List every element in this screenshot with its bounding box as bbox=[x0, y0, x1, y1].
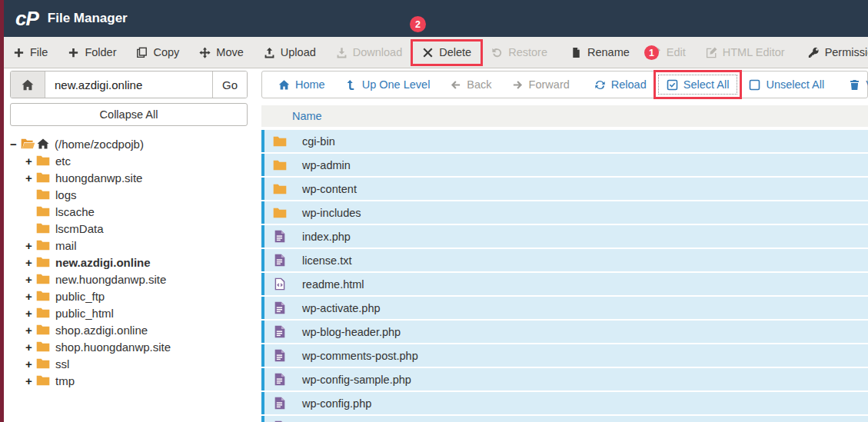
expand-icon[interactable]: + bbox=[25, 155, 36, 168]
file-row-wp-activate-php[interactable]: wp-activate.php bbox=[261, 297, 868, 319]
tree-item-logs[interactable]: logs bbox=[10, 186, 248, 203]
collapse-icon[interactable]: − bbox=[10, 138, 21, 151]
permissions-icon bbox=[808, 47, 820, 58]
nav-button-label: Home bbox=[295, 78, 325, 91]
tree-item-new-huongdanwp-site[interactable]: +new.huongdanwp.site bbox=[10, 271, 248, 287]
go-button[interactable]: Go bbox=[212, 71, 247, 98]
folder-open-icon bbox=[21, 138, 35, 149]
tree-item-public-ftp[interactable]: +public_ftp bbox=[10, 287, 248, 304]
file-row-wp-content[interactable]: wp-content bbox=[261, 178, 868, 200]
expand-icon[interactable]: + bbox=[25, 171, 36, 184]
toolbar-button-file[interactable]: File bbox=[3, 37, 58, 68]
nav-button-label: Unselect All bbox=[766, 78, 824, 91]
nav-button-label: Back bbox=[467, 78, 491, 91]
tree-item-mail[interactable]: +mail bbox=[10, 237, 248, 254]
left-arrow-icon bbox=[450, 79, 461, 91]
home-path-addon[interactable] bbox=[11, 71, 45, 98]
file-name: wp-blog-header.php bbox=[302, 326, 401, 338]
row-icon-cell bbox=[271, 160, 288, 171]
tree-item-shop-huongdanwp-site[interactable]: +shop.huongdanwp.site bbox=[10, 338, 248, 355]
nav-button-unselect-all[interactable]: Unselect All bbox=[739, 71, 834, 98]
expand-icon[interactable]: + bbox=[25, 324, 36, 337]
row-icon-cell bbox=[271, 230, 288, 243]
expand-icon[interactable]: + bbox=[25, 307, 36, 320]
expand-icon[interactable]: + bbox=[25, 256, 36, 269]
row-icon-cell bbox=[271, 254, 288, 267]
move-icon bbox=[199, 47, 211, 58]
nav-button-select-all[interactable]: Select All bbox=[657, 71, 740, 98]
action-toolbar: FileFolderCopyMoveUploadDownloadDeleteRe… bbox=[0, 37, 868, 68]
toolbar-button-label: Copy bbox=[153, 46, 179, 58]
tree-item-new-azdigi-online[interactable]: +new.azdigi.online bbox=[10, 254, 248, 271]
nav-button-label: Up One Level bbox=[362, 78, 431, 91]
folder-icon bbox=[36, 307, 50, 318]
file-row-license-txt[interactable]: license.txt bbox=[261, 249, 868, 271]
file-icon bbox=[274, 397, 285, 410]
tree-item-shop-azdigi-online[interactable]: +shop.azdigi.online bbox=[10, 321, 248, 338]
tree-item-lscache[interactable]: lscache bbox=[10, 203, 248, 220]
file-name: license.txt bbox=[302, 254, 351, 267]
toolbar-button-label: Delete bbox=[439, 46, 471, 58]
file-row-partial[interactable] bbox=[261, 416, 868, 422]
folder-icon bbox=[36, 155, 50, 166]
folder-icon bbox=[36, 341, 50, 352]
file-row-wp-config-php[interactable]: wp-config.php bbox=[261, 392, 868, 414]
toolbar-button-label: Move bbox=[216, 46, 243, 58]
toolbar-button-move[interactable]: Move bbox=[189, 37, 253, 68]
tree-item-lscmdata[interactable]: lscmData bbox=[10, 220, 248, 237]
file-row-wp-blog-header-php[interactable]: wp-blog-header.php bbox=[261, 321, 868, 343]
row-icon-cell bbox=[271, 349, 288, 362]
nav-button-home[interactable]: Home bbox=[268, 71, 335, 98]
toolbar-button-html-editor[interactable]: HTML Editor bbox=[696, 37, 795, 68]
file-row-wp-includes[interactable]: wp-includes bbox=[261, 201, 868, 224]
download-icon bbox=[336, 47, 348, 58]
file-list: cgi-binwp-adminwp-contentwp-includesinde… bbox=[261, 130, 868, 422]
tree-item-ssl[interactable]: +ssl bbox=[10, 355, 248, 372]
nav-button-up-one-level[interactable]: Up One Level bbox=[335, 71, 441, 98]
file-icon bbox=[274, 230, 285, 243]
tree-item-label: new.huongdanwp.site bbox=[55, 273, 166, 286]
expand-icon[interactable]: + bbox=[25, 239, 36, 252]
tree-item-home-zocdpojb[interactable]: −(/home/zocdpojb) bbox=[10, 135, 248, 152]
expand-icon[interactable]: + bbox=[25, 357, 36, 370]
tree-item-label: logs bbox=[55, 188, 77, 201]
file-row-wp-comments-post-php[interactable]: wp-comments-post.php bbox=[261, 344, 868, 367]
file-row-readme-html[interactable]: readme.html bbox=[261, 273, 868, 295]
folder-icon bbox=[36, 189, 50, 200]
toolbar-button-delete[interactable]: Delete bbox=[412, 37, 481, 68]
toolbar-button-label: Restore bbox=[508, 46, 547, 58]
toolbar-button-download[interactable]: Download bbox=[326, 37, 413, 68]
tree-item-tmp[interactable]: +tmp bbox=[10, 372, 248, 389]
file-icon bbox=[274, 301, 285, 314]
toolbar-button-copy[interactable]: Copy bbox=[126, 37, 189, 68]
file-row-index-php[interactable]: index.php bbox=[261, 225, 868, 248]
file-name: wp-config.php bbox=[302, 397, 371, 410]
nav-button-view-trash[interactable]: View Trash bbox=[839, 71, 868, 98]
nav-button-forward[interactable]: Forward bbox=[502, 71, 580, 98]
toolbar-button-restore[interactable]: Restore bbox=[481, 37, 557, 68]
file-row-cgi-bin[interactable]: cgi-bin bbox=[261, 130, 868, 152]
tree-item-label: lscmData bbox=[55, 222, 104, 235]
file-row-wp-admin[interactable]: wp-admin bbox=[261, 154, 868, 176]
expand-icon[interactable]: + bbox=[25, 290, 36, 303]
expand-icon[interactable]: + bbox=[25, 341, 36, 354]
name-column-header[interactable]: Name bbox=[292, 110, 322, 122]
expand-icon[interactable]: + bbox=[25, 273, 36, 286]
toolbar-button-folder[interactable]: Folder bbox=[58, 37, 126, 68]
toolbar-button-upload[interactable]: Upload bbox=[254, 37, 326, 68]
folder-icon bbox=[36, 206, 50, 217]
tree-item-public-html[interactable]: +public_html bbox=[10, 304, 248, 321]
tree-item-label: huongdanwp.site bbox=[55, 171, 142, 184]
nav-button-reload[interactable]: Reload bbox=[584, 71, 657, 98]
expand-icon[interactable]: + bbox=[25, 374, 36, 387]
toolbar-button-permissions[interactable]: Permissions bbox=[798, 37, 868, 68]
tree-item-etc[interactable]: +etc bbox=[10, 152, 248, 169]
collapse-all-button[interactable]: Collapse All bbox=[10, 103, 248, 126]
file-row-wp-config-sample-php[interactable]: wp-config-sample.php bbox=[261, 368, 868, 390]
tree-item-huongdanwp-site[interactable]: +huongdanwp.site bbox=[10, 169, 248, 186]
toolbar-button-rename[interactable]: Rename bbox=[560, 37, 640, 68]
path-input[interactable] bbox=[45, 71, 212, 98]
main-panel: HomeUp One LevelBackForwardReloadSelect … bbox=[255, 68, 868, 422]
nav-button-back[interactable]: Back bbox=[440, 71, 501, 98]
restore-icon bbox=[491, 47, 503, 58]
